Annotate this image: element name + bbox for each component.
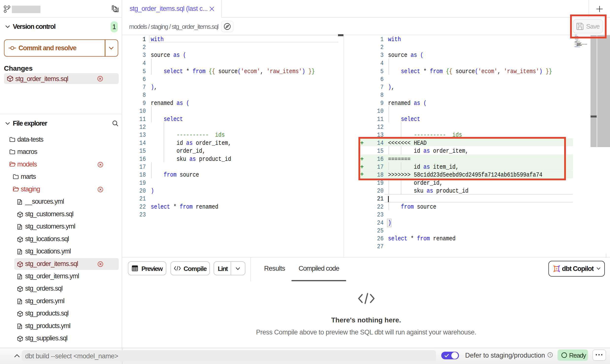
svg-text:?: ? — [549, 353, 551, 357]
